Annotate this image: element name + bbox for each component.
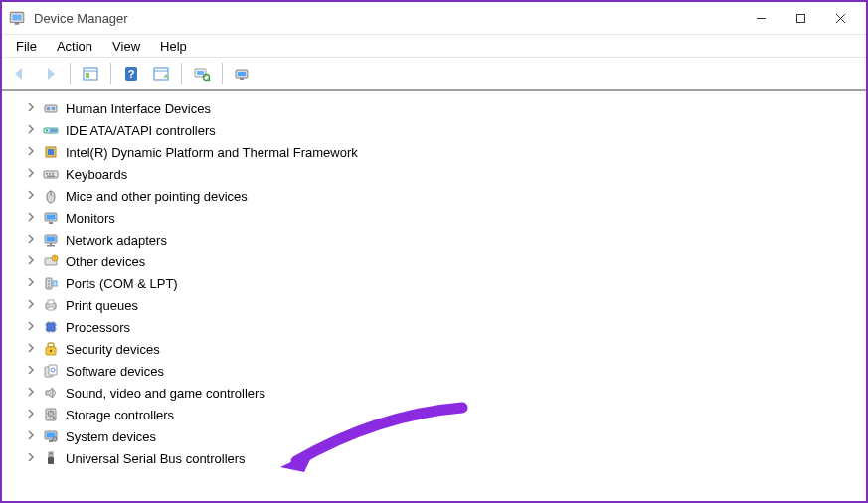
expand-chevron-icon[interactable] — [26, 190, 38, 202]
software-icon — [42, 362, 60, 380]
svg-rect-33 — [47, 176, 55, 178]
expand-chevron-icon[interactable] — [26, 409, 38, 420]
svg-point-25 — [46, 130, 48, 132]
device-category-label: Storage controllers — [66, 407, 174, 422]
menu-file[interactable]: File — [6, 37, 47, 56]
device-category-label: Monitors — [66, 210, 115, 226]
svg-rect-1 — [13, 15, 22, 21]
device-category-software[interactable]: Software devices — [2, 360, 866, 382]
svg-rect-31 — [49, 173, 51, 175]
menu-action[interactable]: Action — [47, 37, 102, 56]
device-category-chipset[interactable]: Intel(R) Dynamic Platform and Thermal Fr… — [2, 141, 866, 163]
svg-rect-50 — [53, 281, 57, 286]
storage-icon — [42, 406, 60, 423]
minimize-button[interactable] — [741, 4, 781, 32]
expand-chevron-icon[interactable] — [26, 430, 38, 442]
device-category-port[interactable]: Ports (COM & LPT) — [2, 272, 866, 294]
sound-icon — [42, 384, 60, 402]
expand-chevron-icon[interactable] — [26, 212, 38, 224]
expand-chevron-icon[interactable] — [26, 365, 38, 377]
device-tree[interactable]: Human Interface Devices IDE ATA/ATAPI co… — [2, 91, 866, 503]
menu-help[interactable]: Help — [150, 37, 197, 56]
expand-chevron-icon[interactable] — [26, 234, 38, 246]
nav-back-button[interactable] — [6, 61, 34, 86]
device-category-system[interactable]: System devices — [2, 425, 866, 447]
svg-point-65 — [50, 350, 52, 352]
scan-hardware-button[interactable] — [188, 61, 216, 86]
toolbar-separator — [222, 63, 223, 84]
device-category-label: Ports (COM & LPT) — [66, 275, 178, 291]
device-category-label: Universal Serial Bus controllers — [66, 450, 246, 466]
help-button[interactable]: ? — [117, 61, 145, 86]
toolbar-separator — [110, 63, 111, 84]
title-bar: Device Manager — [2, 2, 866, 35]
device-category-other[interactable]: ! Other devices — [2, 251, 866, 272]
properties-button[interactable] — [147, 61, 175, 86]
menu-bar: File Action View Help — [2, 35, 866, 58]
svg-rect-21 — [45, 105, 57, 112]
svg-point-49 — [48, 286, 50, 288]
svg-point-47 — [48, 280, 50, 282]
printer-icon — [42, 296, 60, 314]
svg-rect-67 — [49, 365, 57, 375]
device-category-label: System devices — [66, 428, 156, 444]
device-category-label: Human Interface Devices — [66, 100, 211, 116]
expand-chevron-icon[interactable] — [26, 299, 38, 311]
network-icon — [42, 231, 60, 249]
expand-chevron-icon[interactable] — [26, 124, 38, 136]
device-category-ide[interactable]: IDE ATA/ATAPI controllers — [2, 119, 866, 141]
expand-chevron-icon[interactable] — [26, 255, 38, 267]
device-category-usb[interactable]: Universal Serial Bus controllers — [2, 447, 866, 469]
svg-rect-63 — [48, 343, 54, 347]
device-category-printer[interactable]: Print queues — [2, 294, 866, 316]
svg-rect-30 — [46, 173, 48, 175]
device-category-storage[interactable]: Storage controllers — [2, 404, 866, 425]
menu-view[interactable]: View — [102, 37, 150, 56]
device-category-label: Sound, video and game controllers — [66, 385, 265, 401]
expand-chevron-icon[interactable] — [26, 277, 38, 289]
usb-icon — [42, 449, 60, 467]
device-category-sound[interactable]: Sound, video and game controllers — [2, 382, 866, 404]
device-category-label: Processors — [66, 319, 130, 335]
expand-chevron-icon[interactable] — [26, 168, 38, 180]
device-category-label: Keyboards — [66, 166, 127, 182]
svg-rect-22 — [47, 107, 50, 110]
nav-forward-button[interactable] — [36, 61, 64, 86]
svg-text:?: ? — [128, 68, 135, 80]
expand-chevron-icon[interactable] — [26, 321, 38, 333]
maximize-button[interactable] — [781, 4, 820, 32]
svg-rect-28 — [48, 149, 54, 155]
other-icon: ! — [42, 252, 60, 270]
hid-icon — [42, 99, 60, 117]
device-category-keyboard[interactable]: Keyboards — [2, 163, 866, 185]
expand-chevron-icon[interactable] — [26, 102, 38, 114]
expand-chevron-icon[interactable] — [26, 343, 38, 355]
svg-rect-23 — [52, 107, 55, 110]
svg-rect-32 — [52, 173, 54, 175]
device-category-cpu[interactable]: Processors — [2, 316, 866, 338]
port-icon — [42, 274, 60, 292]
svg-rect-9 — [86, 73, 89, 78]
show-hide-tree-button[interactable] — [77, 61, 104, 86]
device-category-monitor[interactable]: Monitors — [2, 207, 866, 229]
window-title: Device Manager — [34, 11, 128, 26]
device-category-mouse[interactable]: Mice and other pointing devices — [2, 185, 866, 207]
toolbar-separator — [70, 63, 71, 84]
device-category-hid[interactable]: Human Interface Devices — [2, 97, 866, 119]
ide-icon — [42, 121, 60, 139]
svg-line-17 — [209, 80, 211, 82]
device-category-label: Other devices — [66, 253, 145, 269]
cpu-icon — [42, 318, 60, 336]
device-category-network[interactable]: Network adapters — [2, 229, 866, 251]
expand-chevron-icon[interactable] — [26, 146, 38, 158]
device-category-label: IDE ATA/ATAPI controllers — [66, 122, 216, 138]
close-button[interactable] — [820, 4, 860, 32]
chipset-icon — [42, 143, 60, 161]
expand-chevron-icon[interactable] — [26, 387, 38, 399]
add-legacy-hardware-button[interactable] — [229, 61, 257, 86]
svg-point-70 — [48, 411, 54, 417]
device-category-security[interactable]: Security devices — [2, 338, 866, 360]
svg-rect-19 — [238, 72, 246, 76]
expand-chevron-icon[interactable] — [26, 452, 38, 464]
svg-rect-78 — [50, 453, 52, 454]
